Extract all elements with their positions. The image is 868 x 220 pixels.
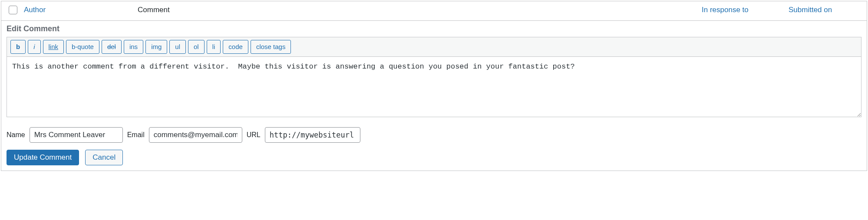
- edit-comment-area: Edit Comment b i link b-quote del ins im…: [1, 21, 867, 171]
- quicktags-toolbar: b i link b-quote del ins img ul ol li co…: [7, 37, 861, 56]
- qt-bold-button[interactable]: b: [10, 40, 26, 54]
- url-label: URL: [247, 131, 261, 139]
- qt-blockquote-button[interactable]: b-quote: [66, 40, 99, 54]
- qt-close-tags-button[interactable]: close tags: [251, 40, 291, 54]
- cancel-button[interactable]: Cancel: [85, 150, 123, 165]
- select-all-cell: [6, 6, 20, 14]
- column-response[interactable]: In response to: [702, 6, 789, 14]
- column-submitted[interactable]: Submitted on: [789, 6, 862, 14]
- qt-link-button[interactable]: link: [43, 40, 64, 54]
- author-fields-row: Name Email URL: [7, 127, 861, 143]
- qt-li-button[interactable]: li: [207, 40, 221, 54]
- qt-italic-button[interactable]: i: [28, 40, 40, 54]
- qt-ul-button[interactable]: ul: [169, 40, 186, 54]
- qt-ins-button[interactable]: ins: [124, 40, 143, 54]
- column-author[interactable]: Author: [20, 6, 138, 14]
- update-comment-button[interactable]: Update Comment: [7, 150, 79, 165]
- name-input[interactable]: [30, 127, 123, 143]
- comments-table-wrap: Author Comment In response to Submitted …: [1, 1, 867, 171]
- column-headers: Author Comment In response to Submitted …: [1, 1, 867, 21]
- email-label: Email: [127, 131, 145, 139]
- qt-code-button[interactable]: code: [223, 40, 248, 54]
- email-input[interactable]: [149, 127, 242, 143]
- edit-comment-heading: Edit Comment: [7, 24, 861, 33]
- column-comment: Comment: [138, 6, 702, 14]
- qt-ol-button[interactable]: ol: [188, 40, 205, 54]
- actions-row: Update Comment Cancel: [7, 150, 861, 165]
- comment-textarea[interactable]: [7, 56, 861, 117]
- qt-del-button[interactable]: del: [102, 40, 122, 54]
- qt-img-button[interactable]: img: [145, 40, 167, 54]
- select-all-checkbox[interactable]: [9, 6, 17, 14]
- name-label: Name: [7, 131, 25, 139]
- url-input[interactable]: [265, 127, 360, 143]
